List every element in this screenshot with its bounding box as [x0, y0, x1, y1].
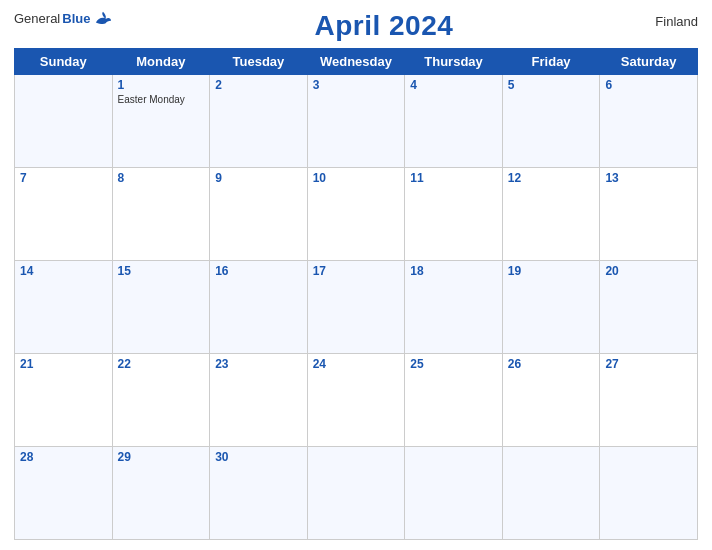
calendar-week-2: 78910111213 — [15, 168, 698, 261]
calendar-week-4: 21222324252627 — [15, 354, 698, 447]
weekday-header-sunday: Sunday — [15, 49, 113, 75]
calendar-cell: 6 — [600, 75, 698, 168]
calendar-week-3: 14151617181920 — [15, 261, 698, 354]
day-number: 17 — [313, 264, 400, 278]
calendar-cell: 30 — [210, 447, 308, 540]
weekday-header-friday: Friday — [502, 49, 600, 75]
day-number: 10 — [313, 171, 400, 185]
day-number: 14 — [20, 264, 107, 278]
weekday-header-monday: Monday — [112, 49, 210, 75]
calendar-cell: 28 — [15, 447, 113, 540]
calendar-cell: 2 — [210, 75, 308, 168]
day-number: 23 — [215, 357, 302, 371]
calendar-cell: 21 — [15, 354, 113, 447]
day-number: 21 — [20, 357, 107, 371]
calendar-cell — [307, 447, 405, 540]
day-number: 15 — [118, 264, 205, 278]
calendar-cell: 15 — [112, 261, 210, 354]
calendar-cell: 11 — [405, 168, 503, 261]
calendar-week-1: 1Easter Monday23456 — [15, 75, 698, 168]
logo-general: General — [14, 11, 60, 26]
day-number: 11 — [410, 171, 497, 185]
event-label: Easter Monday — [118, 94, 205, 105]
calendar-cell: 19 — [502, 261, 600, 354]
day-number: 2 — [215, 78, 302, 92]
calendar-cell: 29 — [112, 447, 210, 540]
day-number: 27 — [605, 357, 692, 371]
calendar-cell: 9 — [210, 168, 308, 261]
calendar-cell: 18 — [405, 261, 503, 354]
calendar-cell: 23 — [210, 354, 308, 447]
day-number: 4 — [410, 78, 497, 92]
calendar-cell: 7 — [15, 168, 113, 261]
calendar-cell: 22 — [112, 354, 210, 447]
day-number: 25 — [410, 357, 497, 371]
calendar-cell: 26 — [502, 354, 600, 447]
calendar-cell: 20 — [600, 261, 698, 354]
calendar-table: SundayMondayTuesdayWednesdayThursdayFrid… — [14, 48, 698, 540]
day-number: 16 — [215, 264, 302, 278]
day-number: 7 — [20, 171, 107, 185]
day-number: 26 — [508, 357, 595, 371]
title-area: April 2024 — [112, 10, 655, 42]
calendar-cell: 1Easter Monday — [112, 75, 210, 168]
calendar-cell: 13 — [600, 168, 698, 261]
logo-blue: Blue — [62, 11, 90, 26]
page-title: April 2024 — [314, 10, 453, 41]
day-number: 29 — [118, 450, 205, 464]
weekday-header-tuesday: Tuesday — [210, 49, 308, 75]
calendar-body: 1Easter Monday23456789101112131415161718… — [15, 75, 698, 540]
day-number: 28 — [20, 450, 107, 464]
calendar-cell — [15, 75, 113, 168]
calendar-page: General Blue April 2024 Finland SundayMo… — [0, 0, 712, 550]
calendar-cell: 12 — [502, 168, 600, 261]
calendar-cell: 8 — [112, 168, 210, 261]
day-number: 13 — [605, 171, 692, 185]
day-number: 12 — [508, 171, 595, 185]
day-number: 5 — [508, 78, 595, 92]
day-number: 3 — [313, 78, 400, 92]
calendar-cell: 25 — [405, 354, 503, 447]
country-label: Finland — [655, 10, 698, 29]
calendar-cell: 4 — [405, 75, 503, 168]
logo-bird-icon — [94, 10, 112, 26]
weekday-header-saturday: Saturday — [600, 49, 698, 75]
calendar-cell — [600, 447, 698, 540]
day-number: 8 — [118, 171, 205, 185]
day-number: 30 — [215, 450, 302, 464]
day-number: 18 — [410, 264, 497, 278]
calendar-cell: 24 — [307, 354, 405, 447]
day-number: 22 — [118, 357, 205, 371]
calendar-cell — [405, 447, 503, 540]
calendar-cell: 17 — [307, 261, 405, 354]
weekday-header-row: SundayMondayTuesdayWednesdayThursdayFrid… — [15, 49, 698, 75]
calendar-cell: 14 — [15, 261, 113, 354]
calendar-week-5: 282930 — [15, 447, 698, 540]
day-number: 19 — [508, 264, 595, 278]
day-number: 1 — [118, 78, 205, 92]
logo-area: General Blue — [14, 10, 112, 26]
calendar-cell: 5 — [502, 75, 600, 168]
day-number: 6 — [605, 78, 692, 92]
header: General Blue April 2024 Finland — [14, 10, 698, 42]
day-number: 9 — [215, 171, 302, 185]
calendar-cell: 27 — [600, 354, 698, 447]
logo: General Blue — [14, 10, 112, 26]
weekday-header-thursday: Thursday — [405, 49, 503, 75]
calendar-cell — [502, 447, 600, 540]
calendar-cell: 10 — [307, 168, 405, 261]
weekday-header-wednesday: Wednesday — [307, 49, 405, 75]
day-number: 20 — [605, 264, 692, 278]
calendar-header: SundayMondayTuesdayWednesdayThursdayFrid… — [15, 49, 698, 75]
calendar-cell: 3 — [307, 75, 405, 168]
calendar-cell: 16 — [210, 261, 308, 354]
day-number: 24 — [313, 357, 400, 371]
